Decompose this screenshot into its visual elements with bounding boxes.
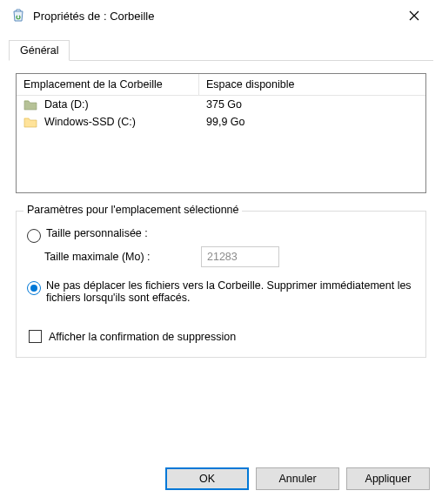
max-size-input (201, 246, 279, 267)
settings-group: Paramètres pour l'emplacement sélectionn… (16, 211, 426, 358)
row-name: Data (D:) (44, 98, 89, 111)
radio-icon (27, 281, 41, 295)
tabstrip: Général (0, 31, 442, 61)
custom-size-label: Taille personnalisée : (46, 227, 415, 239)
radio-icon (27, 229, 41, 243)
confirm-delete-label: Afficher la confirmation de suppression (49, 331, 236, 343)
table-row[interactable]: Windows-SSD (C:) 99,9 Go (17, 113, 425, 131)
window-title: Propriétés de : Corbeille (33, 10, 397, 23)
close-button[interactable] (397, 3, 432, 28)
dialog-buttons: OK Annuler Appliquer (0, 459, 442, 499)
apply-button[interactable]: Appliquer (346, 467, 430, 490)
row-name: Windows-SSD (C:) (44, 116, 136, 128)
group-legend: Paramètres pour l'emplacement sélectionn… (23, 204, 242, 216)
header-location[interactable]: Emplacement de la Corbeille (17, 74, 199, 95)
ok-button[interactable]: OK (165, 467, 249, 490)
option-no-move[interactable]: Ne pas déplacer les fichiers vers la Cor… (27, 279, 415, 304)
table-row[interactable]: Data (D:) 375 Go (17, 96, 425, 113)
option-confirm-delete[interactable]: Afficher la confirmation de suppression (29, 330, 415, 343)
locations-table: Emplacement de la Corbeille Espace dispo… (16, 73, 426, 193)
recycle-bin-icon (10, 8, 26, 24)
row-space: 99,9 Go (199, 116, 425, 128)
max-size-label: Taille maximale (Mo) : (44, 251, 201, 263)
folder-icon (23, 98, 37, 111)
titlebar: Propriétés de : Corbeille (0, 0, 442, 31)
folder-icon (23, 116, 37, 128)
row-space: 375 Go (199, 98, 425, 111)
tab-content: Emplacement de la Corbeille Espace dispo… (0, 61, 442, 366)
table-header: Emplacement de la Corbeille Espace dispo… (17, 74, 425, 96)
tab-general[interactable]: Général (9, 40, 70, 61)
cancel-button[interactable]: Annuler (256, 467, 339, 490)
checkbox-icon (29, 330, 42, 343)
option-custom-size[interactable]: Taille personnalisée : (27, 227, 415, 243)
header-space[interactable]: Espace disponible (199, 74, 425, 95)
no-move-label: Ne pas déplacer les fichiers vers la Cor… (46, 279, 415, 304)
